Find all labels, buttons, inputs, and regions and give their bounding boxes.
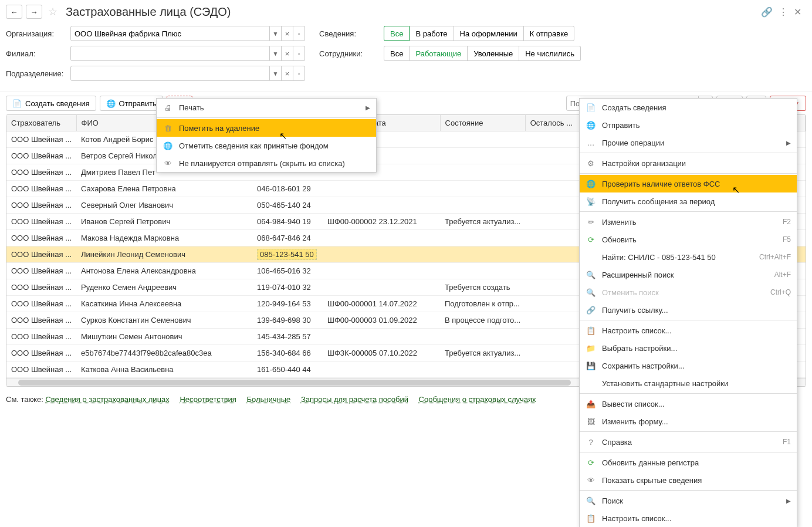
menu-mark-delete[interactable]: 🗑 Пометить на удаление xyxy=(157,119,376,137)
table-cell: 068-647-846 24 xyxy=(252,230,323,246)
sotr-fired[interactable]: Уволенные xyxy=(468,46,519,61)
col-state[interactable]: Состояние xyxy=(440,115,525,131)
magnifier-icon: 🔍 xyxy=(586,495,596,506)
menu-pick-settings[interactable]: 📁Выбрать настройки... xyxy=(580,339,797,357)
scrollbar-thumb[interactable] xyxy=(18,380,571,386)
magnifier-icon: 🔍 xyxy=(586,269,596,280)
menu-create[interactable]: 📄Создать сведения xyxy=(580,99,797,116)
table-cell: 050-465-140 24 xyxy=(252,197,323,214)
sved-reg[interactable]: На оформлении xyxy=(454,26,524,41)
branch-open-icon[interactable]: ▫ xyxy=(293,46,305,61)
menu-out-list[interactable]: 📤Вывести список... xyxy=(580,395,797,413)
menu-cancel-search: 🔍Отменить поискCtrl+Q xyxy=(580,283,797,301)
menu-check-fss[interactable]: 🌐Проверить наличие ответов ФСС xyxy=(580,175,797,192)
org-open-icon[interactable]: ▫ xyxy=(293,26,305,41)
table-cell xyxy=(323,181,440,197)
sotr-all[interactable]: Все xyxy=(384,46,410,61)
menu-change-form[interactable]: 🖼Изменить форму... xyxy=(580,413,797,430)
separator xyxy=(580,431,797,432)
eye-off-icon: 👁 xyxy=(163,158,173,168)
sved-work[interactable]: В работе xyxy=(410,26,454,41)
sved-all[interactable]: Все xyxy=(384,26,410,41)
sved-send[interactable]: К отправке xyxy=(524,26,575,41)
menu-print[interactable]: 🖨 Печать ▶ xyxy=(157,99,376,116)
table-cell: Сахарова Елена Петровна xyxy=(76,181,252,197)
table-cell: e5b7674be77443f79e8b2cafea80c3ea xyxy=(76,345,252,362)
table-cell: 139-649-698 30 xyxy=(252,312,323,329)
footer-link[interactable]: Сообщения о страховых случаях xyxy=(419,395,536,404)
table-cell: ООО Швейная ... xyxy=(6,329,76,345)
menu-search[interactable]: 🔍Поиск▶ xyxy=(580,492,797,509)
back-button[interactable]: ← xyxy=(6,5,22,19)
send-button[interactable]: 🌐 Отправить xyxy=(100,96,163,111)
menu-get-messages[interactable]: 📡Получить сообщения за период xyxy=(580,192,797,210)
footer-link[interactable]: Больничные xyxy=(246,395,290,404)
favorite-button[interactable]: ☆ xyxy=(46,5,60,19)
menu-mark-accepted[interactable]: 🌐 Отметить сведения как принятые фондом xyxy=(157,137,376,154)
menu-cfg-list2[interactable]: 📋Настроить список... xyxy=(580,509,797,527)
footer-link[interactable]: Сведения о застрахованных лицах xyxy=(45,395,169,404)
branch-input[interactable] xyxy=(70,46,270,61)
close-icon[interactable]: ✕ xyxy=(794,6,801,18)
table-cell: В процессе подгото... xyxy=(440,312,525,329)
kebab-icon[interactable]: ⋮ xyxy=(779,6,788,18)
footer-link[interactable]: Запросы для расчета пособий xyxy=(301,395,408,404)
menu-refresh[interactable]: ⟳ОбновитьF5 xyxy=(580,231,797,248)
create-button[interactable]: 📄 Создать сведения xyxy=(6,96,96,111)
dept-dropdown-icon[interactable]: ▼ xyxy=(270,66,282,81)
menu-refresh-reg[interactable]: ⟳Обновить данные регистра xyxy=(580,454,797,471)
menu-edit[interactable]: ✏ИзменитьF2 xyxy=(580,213,797,231)
menu-other[interactable]: …Прочие операции▶ xyxy=(580,134,797,151)
menu-find[interactable]: Найти: СНИЛС - 085-123-541 50Ctrl+Alt+F xyxy=(580,248,797,266)
menu-cfg-list[interactable]: 📋Настроить список... xyxy=(580,322,797,339)
table-cell: Касаткина Инна Алексеевна xyxy=(76,296,252,312)
table-cell: 119-074-010 32 xyxy=(252,279,323,296)
table-cell: Линейкин Леонид Семенович xyxy=(76,246,252,263)
menu-adv-search[interactable]: 🔍Расширенный поискAlt+F xyxy=(580,266,797,283)
table-cell: ООО Швейная ... xyxy=(6,148,76,164)
sved-filter-group: Все В работе На оформлении К отправке xyxy=(384,26,574,41)
table-cell: Требуется создать xyxy=(440,279,525,296)
page-title: Застрахованные лица (СЭДО) xyxy=(66,5,757,19)
org-dropdown-icon[interactable]: ▼ xyxy=(270,26,282,41)
separator xyxy=(580,211,797,212)
table-cell xyxy=(440,263,525,279)
forward-button[interactable]: → xyxy=(26,5,42,19)
table-cell: Требуется актуализ... xyxy=(440,345,525,362)
branch-clear-icon[interactable]: × xyxy=(282,46,293,61)
separator xyxy=(157,117,376,118)
org-input[interactable] xyxy=(70,26,270,41)
table-cell: Сурков Константин Семенович xyxy=(76,312,252,329)
menu-show-hidden[interactable]: 👁Показать скрытые сведения xyxy=(580,471,797,489)
sotr-work[interactable]: Работающие xyxy=(410,46,468,61)
dept-clear-icon[interactable]: × xyxy=(282,66,293,81)
globe-icon: 🌐 xyxy=(106,99,116,108)
dept-input[interactable] xyxy=(70,66,270,81)
menu-send[interactable]: 🌐Отправить xyxy=(580,116,797,134)
footer-link[interactable]: Несоответствия xyxy=(180,395,236,404)
table-cell: Северный Олег Иванович xyxy=(76,197,252,214)
dept-open-icon[interactable]: ▫ xyxy=(293,66,305,81)
table-cell: 145-434-285 57 xyxy=(252,329,323,345)
separator xyxy=(580,173,797,174)
menu-std-settings[interactable]: Установить стандартные настройки xyxy=(580,374,797,392)
list-settings-icon: 📋 xyxy=(586,513,596,523)
menu-save-settings[interactable]: 💾Сохранить настройки... xyxy=(580,357,797,374)
separator xyxy=(580,320,797,320)
table-cell: Иванов Сергей Петрович xyxy=(76,214,252,230)
menu-hide[interactable]: 👁 Не планируется отправлять (скрыть из с… xyxy=(157,154,376,172)
org-clear-icon[interactable]: × xyxy=(282,26,293,41)
export-icon: 📤 xyxy=(586,398,596,409)
menu-org-settings[interactable]: ⚙Настройки организации xyxy=(580,154,797,172)
menu-get-link[interactable]: 🔗Получить ссылку... xyxy=(580,301,797,319)
table-cell: ООО Швейная ... xyxy=(6,197,76,214)
sotr-none[interactable]: Не числились xyxy=(519,46,581,61)
branch-dropdown-icon[interactable]: ▼ xyxy=(270,46,282,61)
refresh-icon: ⟳ xyxy=(586,234,596,245)
col-insurer[interactable]: Страхователь xyxy=(6,115,76,131)
link-icon[interactable]: 🔗 xyxy=(761,6,773,18)
table-cell: Подготовлен к отпр... xyxy=(440,296,525,312)
table-cell xyxy=(440,329,525,345)
menu-help[interactable]: ?СправкаF1 xyxy=(580,433,797,451)
create-label: Создать сведения xyxy=(25,99,90,108)
